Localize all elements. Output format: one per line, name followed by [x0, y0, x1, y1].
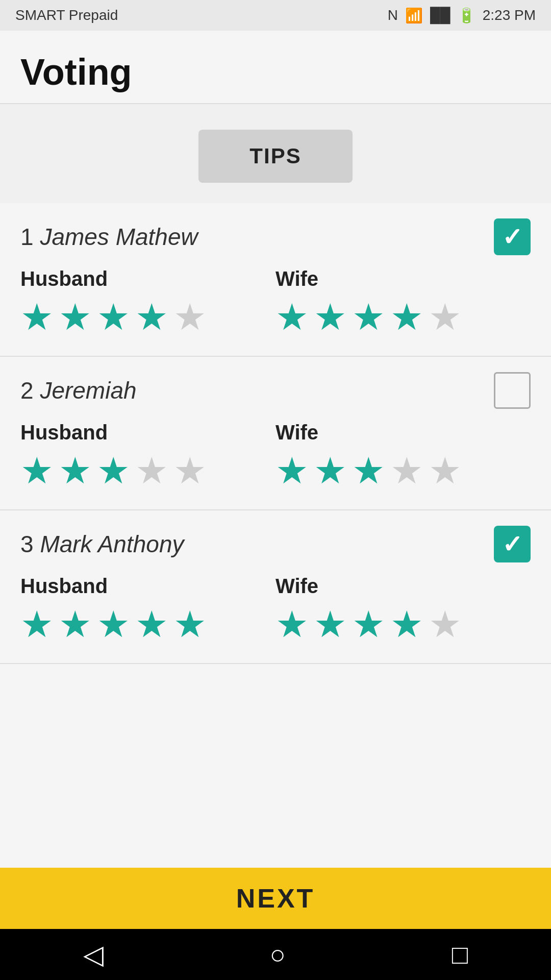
- husband-stars: ★ ★ ★ ★ ★: [20, 299, 276, 335]
- wife-rating: Wife ★ ★ ★ ★ ★: [276, 421, 531, 489]
- husband-rating: Husband ★ ★ ★ ★ ★: [20, 421, 276, 489]
- contestant-checkbox[interactable]: [494, 218, 531, 255]
- star-4[interactable]: ★: [390, 452, 423, 489]
- rating-row: Husband ★ ★ ★ ★ ★ Wife ★ ★ ★ ★ ★: [20, 575, 531, 643]
- rating-row: Husband ★ ★ ★ ★ ★ Wife ★ ★ ★ ★ ★: [20, 267, 531, 335]
- carrier-text: SMART Prepaid: [15, 7, 118, 23]
- wifi-icon: 📶: [405, 7, 423, 24]
- star-5[interactable]: ★: [173, 299, 207, 335]
- star-3[interactable]: ★: [352, 299, 385, 335]
- status-bar: SMART Prepaid N 📶 ██ 🔋 2:23 PM: [0, 0, 551, 31]
- star-2[interactable]: ★: [314, 452, 347, 489]
- star-3[interactable]: ★: [97, 452, 130, 489]
- wife-stars: ★ ★ ★ ★ ★: [276, 452, 531, 489]
- battery-icon: 🔋: [458, 7, 475, 24]
- star-2[interactable]: ★: [314, 299, 347, 335]
- status-icons: N 📶 ██ 🔋 2:23 PM: [388, 7, 536, 24]
- wife-label: Wife: [276, 575, 531, 598]
- rating-row: Husband ★ ★ ★ ★ ★ Wife ★ ★ ★ ★ ★: [20, 421, 531, 489]
- wife-rating: Wife ★ ★ ★ ★ ★: [276, 575, 531, 643]
- contestant-checkbox[interactable]: [494, 526, 531, 562]
- contestant-name: 1 James Mathew: [20, 223, 198, 251]
- nav-bar: ◁ ○ □: [0, 929, 551, 980]
- star-4[interactable]: ★: [390, 606, 423, 643]
- contestant-number: 3: [20, 531, 40, 557]
- home-button[interactable]: ○: [270, 939, 286, 970]
- star-5[interactable]: ★: [173, 606, 207, 643]
- contestant-name: 2 Jeremiah: [20, 377, 137, 404]
- star-2[interactable]: ★: [314, 606, 347, 643]
- star-1[interactable]: ★: [20, 606, 54, 643]
- wife-rating: Wife ★ ★ ★ ★ ★: [276, 267, 531, 335]
- contestant-item: 3 Mark Anthony Husband ★ ★ ★ ★ ★ Wife ★ …: [0, 510, 551, 664]
- contestant-checkbox[interactable]: [494, 372, 531, 409]
- tips-button[interactable]: TIPS: [198, 130, 352, 183]
- next-button[interactable]: NEXT: [0, 868, 551, 929]
- app-header: Voting: [0, 31, 551, 104]
- star-1[interactable]: ★: [276, 299, 309, 335]
- star-4[interactable]: ★: [135, 299, 168, 335]
- star-3[interactable]: ★: [352, 452, 385, 489]
- contestant-item: 1 James Mathew Husband ★ ★ ★ ★ ★ Wife ★ …: [0, 203, 551, 357]
- husband-label: Husband: [20, 575, 276, 598]
- star-3[interactable]: ★: [97, 606, 130, 643]
- star-4[interactable]: ★: [390, 299, 423, 335]
- nfc-icon: N: [388, 7, 398, 23]
- star-3[interactable]: ★: [97, 299, 130, 335]
- star-1[interactable]: ★: [20, 299, 54, 335]
- contestant-number: 2: [20, 377, 40, 404]
- star-1[interactable]: ★: [276, 606, 309, 643]
- star-2[interactable]: ★: [59, 452, 92, 489]
- contestant-item: 2 Jeremiah Husband ★ ★ ★ ★ ★ Wife ★ ★: [0, 357, 551, 510]
- contestant-number: 1: [20, 224, 40, 250]
- star-2[interactable]: ★: [59, 299, 92, 335]
- star-4[interactable]: ★: [135, 452, 168, 489]
- star-1[interactable]: ★: [276, 452, 309, 489]
- contestant-name: 3 Mark Anthony: [20, 530, 184, 558]
- star-5[interactable]: ★: [429, 452, 462, 489]
- husband-label: Husband: [20, 421, 276, 444]
- wife-label: Wife: [276, 267, 531, 290]
- tips-section: TIPS: [0, 104, 551, 203]
- page-title: Voting: [20, 51, 531, 93]
- star-4[interactable]: ★: [135, 606, 168, 643]
- time-display: 2:23 PM: [483, 7, 536, 23]
- signal-icon: ██: [430, 7, 450, 23]
- contestant-header: 1 James Mathew: [20, 218, 531, 255]
- husband-rating: Husband ★ ★ ★ ★ ★: [20, 267, 276, 335]
- star-2[interactable]: ★: [59, 606, 92, 643]
- contestant-header: 2 Jeremiah: [20, 372, 531, 409]
- husband-label: Husband: [20, 267, 276, 290]
- star-5[interactable]: ★: [173, 452, 207, 489]
- contestant-header: 3 Mark Anthony: [20, 526, 531, 562]
- star-3[interactable]: ★: [352, 606, 385, 643]
- wife-stars: ★ ★ ★ ★ ★: [276, 299, 531, 335]
- husband-stars: ★ ★ ★ ★ ★: [20, 452, 276, 489]
- next-button-label: NEXT: [236, 883, 315, 914]
- husband-rating: Husband ★ ★ ★ ★ ★: [20, 575, 276, 643]
- wife-label: Wife: [276, 421, 531, 444]
- main-content: 1 James Mathew Husband ★ ★ ★ ★ ★ Wife ★ …: [0, 203, 551, 868]
- back-button[interactable]: ◁: [83, 939, 104, 970]
- wife-stars: ★ ★ ★ ★ ★: [276, 606, 531, 643]
- husband-stars: ★ ★ ★ ★ ★: [20, 606, 276, 643]
- recent-button[interactable]: □: [452, 939, 468, 970]
- star-5[interactable]: ★: [429, 299, 462, 335]
- star-5[interactable]: ★: [429, 606, 462, 643]
- star-1[interactable]: ★: [20, 452, 54, 489]
